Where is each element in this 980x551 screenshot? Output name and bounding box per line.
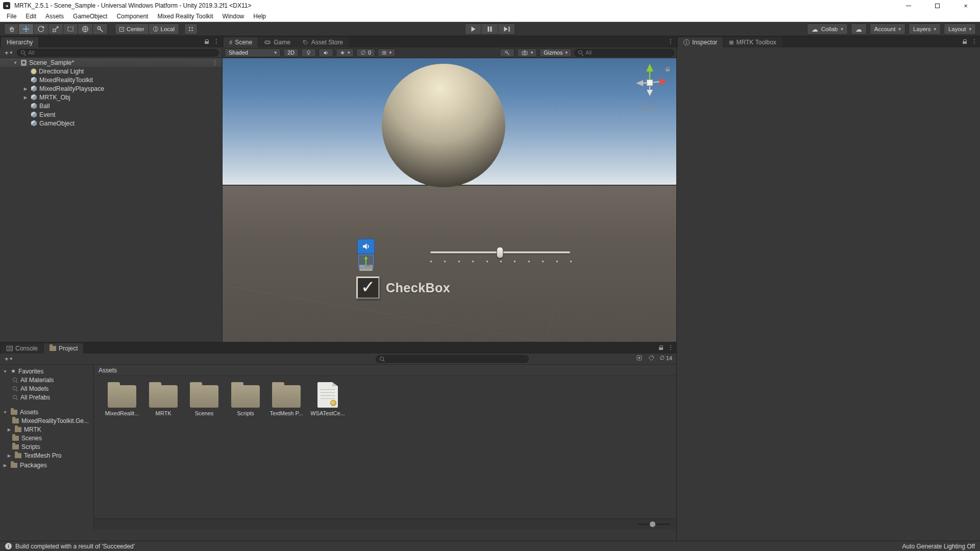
tree-mrtk[interactable]: ▶ MRTK	[0, 425, 93, 434]
tab-hierarchy[interactable]: Hierarchy	[1, 37, 38, 47]
move-gizmo[interactable]	[358, 255, 374, 268]
hierarchy-item-ball[interactable]: Ball	[0, 102, 222, 110]
hierarchy-item-event[interactable]: Event	[0, 110, 222, 119]
scene-visibility-button[interactable]: ∅ 0	[356, 48, 375, 57]
asset-item-scripts[interactable]: Scripts	[225, 382, 266, 416]
maximize-button[interactable]	[923, 0, 951, 11]
rotate-tool-button[interactable]	[34, 23, 48, 35]
toggle-2d-button[interactable]: 2D	[283, 48, 299, 57]
favorite-all-prefabs[interactable]: All Prefabs	[0, 393, 93, 402]
hierarchy-item-mixedrealitytoolkit[interactable]: MixedRealityToolkit	[0, 76, 222, 84]
menu-gameobject[interactable]: GameObject	[68, 11, 112, 21]
scene-orientation-gizmo[interactable]	[629, 62, 670, 105]
asset-item-textmeshpro[interactable]: TextMesh P...	[266, 382, 307, 416]
collab-dropdown[interactable]: ☁ Collab ▾	[807, 23, 848, 35]
menu-help[interactable]: Help	[249, 11, 271, 21]
menu-mixed-reality-toolkit[interactable]: Mixed Reality Toolkit	[153, 11, 217, 21]
layout-dropdown[interactable]: Layout ▾	[944, 23, 976, 35]
search-by-label-icon[interactable]	[648, 355, 654, 361]
close-button[interactable]: ×	[951, 0, 980, 11]
hierarchy-item-directional-light[interactable]: Directional Light	[0, 67, 222, 76]
menu-file[interactable]: File	[2, 11, 21, 21]
expand-arrow-icon[interactable]: ▼	[2, 410, 8, 415]
title-bar[interactable]: ◂ MRTK_2.5.1 - Scene_Sample - Universal …	[0, 0, 980, 11]
hierarchy-item-mixedrealityplayspace[interactable]: ▶ MixedRealityPlayspace	[0, 84, 222, 93]
expand-arrow-icon[interactable]: ▼	[2, 369, 8, 374]
slider-thumb[interactable]	[650, 521, 655, 527]
tab-scene[interactable]: # Scene	[224, 37, 258, 47]
transform-tool-button[interactable]	[78, 23, 93, 35]
layers-dropdown[interactable]: Layers ▾	[909, 23, 941, 35]
expand-arrow-icon[interactable]: ▶	[6, 427, 12, 432]
menu-component[interactable]: Component	[112, 11, 153, 21]
scale-tool-button[interactable]	[48, 23, 63, 35]
camera-projection-label[interactable]: Persp	[628, 105, 671, 112]
asset-item-wsatestcert[interactable]: WSATestCe...	[307, 382, 348, 416]
expand-arrow-icon[interactable]: ▶	[22, 86, 29, 91]
grid-visibility-dropdown[interactable]: ⊞ ▾	[378, 48, 396, 57]
scene-sphere-object[interactable]	[382, 64, 505, 187]
hierarchy-search-input[interactable]	[28, 49, 215, 56]
panel-menu-icon[interactable]: ⋮	[213, 38, 219, 44]
scene-search[interactable]	[574, 49, 674, 57]
space-toggle-button[interactable]: Local	[149, 23, 180, 35]
expand-arrow-icon[interactable]: ▶	[2, 463, 8, 468]
favorite-all-materials[interactable]: All Materials	[0, 375, 93, 384]
packages-row[interactable]: ▶ Packages	[0, 461, 93, 469]
scene-lighting-button[interactable]	[301, 48, 316, 57]
tab-project[interactable]: Project	[44, 343, 83, 354]
lock-icon[interactable]	[963, 41, 967, 44]
step-button[interactable]	[499, 23, 516, 35]
search-by-type-icon[interactable]	[636, 355, 643, 361]
tab-console[interactable]: Console	[1, 343, 43, 354]
favorite-all-models[interactable]: All Models	[0, 384, 93, 393]
asset-item-mrtk[interactable]: MRTK	[143, 382, 184, 416]
asset-item-scenes[interactable]: Scenes	[184, 382, 225, 416]
grid-snap-button[interactable]	[184, 23, 198, 35]
tab-asset-store[interactable]: Asset Store	[297, 37, 349, 47]
scene-viewport[interactable]: ✓ CheckBox Persp	[223, 58, 676, 342]
panel-menu-icon[interactable]: ⋮	[668, 344, 674, 350]
hierarchy-item-mrtk-obj[interactable]: ▶ MRTK_Obj	[0, 93, 222, 102]
gizmos-dropdown[interactable]: Gizmos ▾	[540, 48, 572, 57]
lock-icon[interactable]	[205, 41, 209, 44]
create-asset-button[interactable]: + ▾	[3, 355, 14, 363]
menu-edit[interactable]: Edit	[21, 11, 41, 21]
hand-tool-button[interactable]	[4, 23, 19, 35]
expand-arrow-icon[interactable]: ▶	[22, 95, 29, 100]
create-object-button[interactable]: + ▾	[3, 49, 14, 57]
tab-mrtk-toolbox[interactable]: ⊞ MRTK Toolbox	[723, 37, 781, 47]
hidden-packages-count[interactable]: ∅ 14	[659, 355, 672, 361]
move-tool-button[interactable]	[19, 23, 34, 35]
pinch-slider-thumb[interactable]	[497, 247, 503, 258]
tree-scenes[interactable]: Scenes	[0, 434, 93, 442]
scene-root-row[interactable]: ▼ Scene_Sample* ⋮	[0, 58, 222, 67]
favorites-row[interactable]: ▼ ★ Favorites	[0, 367, 93, 375]
tree-mixedrealitytoolkit-generated[interactable]: MixedRealityToolkit.Ge...	[0, 416, 93, 425]
panel-menu-icon[interactable]: ⋮	[668, 38, 674, 44]
rect-tool-button[interactable]	[63, 23, 78, 35]
tab-game[interactable]: Game	[258, 37, 296, 47]
status-message[interactable]: Build completed with a result of 'Succee…	[15, 543, 135, 550]
audio-source-gizmo[interactable]	[357, 239, 375, 254]
custom-tool-button[interactable]	[93, 23, 108, 35]
draw-mode-dropdown[interactable]: Shaded ▾	[225, 48, 281, 57]
scene-search-input[interactable]	[585, 49, 671, 56]
account-dropdown[interactable]: Account ▾	[870, 23, 905, 35]
thumbnail-size-slider[interactable]	[638, 523, 670, 525]
checkbox-object[interactable]: ✓	[356, 277, 380, 299]
asset-item-mixedreality[interactable]: MixedRealit...	[102, 382, 142, 416]
tool-settings-button[interactable]	[500, 48, 514, 57]
expand-arrow-icon[interactable]: ▼	[12, 60, 18, 65]
menu-assets[interactable]: Assets	[41, 11, 68, 21]
tree-scripts[interactable]: Scripts	[0, 442, 93, 451]
scene-audio-button[interactable]	[318, 48, 333, 57]
expand-arrow-icon[interactable]: ▶	[6, 453, 12, 458]
hierarchy-search[interactable]	[17, 49, 219, 57]
cloud-services-button[interactable]: ☁	[851, 23, 867, 35]
assets-root-row[interactable]: ▼ Assets	[0, 408, 93, 416]
gizmo-lock-icon[interactable]	[666, 69, 670, 71]
scene-camera-dropdown[interactable]: ▾	[517, 48, 537, 57]
play-button[interactable]	[465, 23, 482, 35]
panel-menu-icon[interactable]: ⋮	[971, 38, 977, 44]
